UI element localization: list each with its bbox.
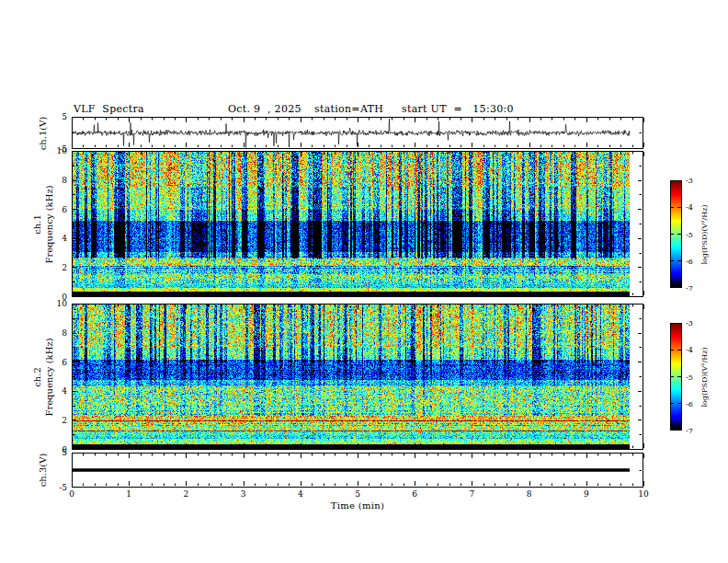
colorbar-tick-label: -6: [686, 257, 693, 265]
frequency-tick-label: 4: [62, 234, 67, 243]
x-tick-label: 5: [355, 489, 360, 499]
x-tick-label: 2: [184, 489, 189, 499]
colorbar-ch2: [670, 323, 682, 431]
ch1-waveform-canvas: [73, 118, 643, 148]
frequency-tick-label: 6: [62, 205, 67, 214]
colorbar-tick-label: -4: [686, 203, 693, 212]
ch2-frequency-axis-label: Frequency (kHz): [44, 338, 54, 416]
colorbar-tick-label: -3: [686, 319, 693, 327]
colorbar-ch2-canvas: [671, 324, 681, 430]
colorbar-tick-label: -4: [686, 346, 693, 354]
colorbar-ch1-canvas: [671, 181, 681, 287]
voltage-tick-label: -5: [59, 483, 67, 492]
ch1-spectrogram-canvas: [73, 152, 643, 296]
ch2-spectrogram-channel-label: ch.2: [32, 367, 42, 387]
colorbar-tick-label: -7: [686, 427, 693, 435]
frequency-tick-label: 0: [62, 445, 67, 454]
frequency-tick-label: 10: [57, 146, 67, 155]
ch1-voltage-axis-label: ch.1(V): [38, 116, 48, 150]
ch2-spectrogram-canvas: [73, 304, 643, 449]
x-tick-label: 6: [412, 489, 417, 499]
x-tick-label: 9: [584, 489, 589, 499]
colorbar-tick-label: -5: [686, 373, 693, 381]
panel-ch1-waveform: [72, 117, 643, 149]
voltage-tick-label: 5: [62, 112, 67, 121]
x-tick-label: 4: [298, 489, 303, 499]
x-tick-label: 1: [126, 489, 131, 499]
x-tick-label: 3: [241, 489, 246, 499]
colorbar-ch2-label: log(PSD)(V²/Hz): [700, 347, 709, 407]
time-axis-label: Time (min): [331, 500, 384, 511]
frequency-tick-label: 10: [57, 299, 67, 308]
colorbar-tick-label: -3: [686, 177, 693, 185]
colorbar-tick-label: -7: [686, 284, 693, 293]
ch3-waveform-canvas: [73, 454, 643, 487]
colorbar-ch1: [670, 180, 682, 288]
frequency-tick-label: 8: [62, 328, 67, 338]
ch3-voltage-axis-label: ch.3(V): [38, 454, 48, 488]
figure-station: station=ATH: [314, 103, 383, 115]
ch1-frequency-axis-label: Frequency (kHz): [44, 185, 54, 263]
x-tick-label: 7: [470, 489, 475, 499]
frequency-tick-label: 6: [62, 358, 67, 367]
panel-ch2-spectrogram: [72, 304, 643, 450]
colorbar-tick-label: -6: [686, 399, 693, 408]
figure-title: VLF Spectra: [74, 103, 144, 115]
frequency-tick-label: 2: [62, 416, 67, 425]
frequency-tick-label: 8: [62, 176, 67, 185]
panel-ch1-spectrogram: [72, 151, 643, 297]
colorbar-tick-label: -5: [686, 230, 693, 238]
figure-date: Oct. 9 , 2025: [228, 103, 301, 115]
frequency-tick-label: 4: [62, 386, 67, 396]
frequency-tick-label: 2: [62, 263, 67, 272]
x-tick-label: 0: [69, 489, 74, 499]
vlf-spectra-figure: VLF Spectra Oct. 9 , 2025 station=ATH st…: [0, 0, 728, 563]
x-tick-label: 8: [527, 489, 532, 499]
colorbar-ch1-label: log(PSD)(V²/Hz): [700, 204, 709, 264]
ch1-spectrogram-channel-label: ch.1: [32, 214, 42, 235]
figure-start-ut: start UT = 15:30:0: [402, 103, 514, 115]
x-tick-label: 10: [638, 489, 648, 499]
panel-ch3-waveform: [72, 453, 643, 488]
